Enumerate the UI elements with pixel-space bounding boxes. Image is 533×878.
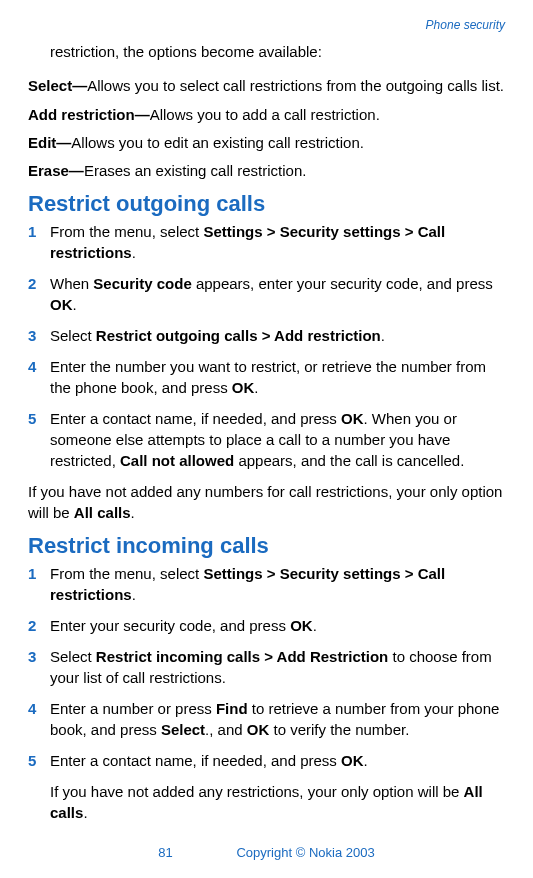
text: Select bbox=[50, 648, 96, 665]
key-ok: OK bbox=[341, 410, 364, 427]
def-select-text: Allows you to select call restrictions f… bbox=[87, 77, 504, 94]
incoming-step-1: From the menu, select Settings > Securit… bbox=[28, 563, 505, 605]
def-edit-term: Edit— bbox=[28, 134, 71, 151]
outgoing-step-1: From the menu, select Settings > Securit… bbox=[28, 221, 505, 263]
def-add-term: Add restriction— bbox=[28, 106, 150, 123]
outgoing-step-2: When Security code appears, enter your s… bbox=[28, 273, 505, 315]
def-edit-text: Allows you to edit an existing call rest… bbox=[71, 134, 364, 151]
text: If you have not added any restrictions, … bbox=[50, 783, 464, 800]
incoming-note: If you have not added any restrictions, … bbox=[50, 781, 505, 823]
menu-path: Restrict outgoing calls > Add restrictio… bbox=[96, 327, 381, 344]
incoming-step-5: Enter a contact name, if needed, and pre… bbox=[28, 750, 505, 771]
outgoing-step-3: Select Restrict outgoing calls > Add res… bbox=[28, 325, 505, 346]
def-add-text: Allows you to add a call restriction. bbox=[150, 106, 380, 123]
text: appears, and the call is cancelled. bbox=[234, 452, 464, 469]
def-add: Add restriction—Allows you to add a call… bbox=[28, 105, 505, 125]
text: . bbox=[83, 804, 87, 821]
def-select: Select—Allows you to select call restric… bbox=[28, 76, 505, 96]
heading-restrict-outgoing: Restrict outgoing calls bbox=[28, 191, 505, 217]
copyright-text: Copyright © Nokia 2003 bbox=[236, 845, 374, 860]
text: . bbox=[132, 244, 136, 261]
text: to verify the number. bbox=[269, 721, 409, 738]
text: . bbox=[254, 379, 258, 396]
text: . bbox=[131, 504, 135, 521]
page-number: 81 bbox=[158, 845, 172, 860]
key-ok: OK bbox=[247, 721, 270, 738]
def-edit: Edit—Allows you to edit an existing call… bbox=[28, 133, 505, 153]
text: Enter a contact name, if needed, and pre… bbox=[50, 410, 341, 427]
incoming-steps: From the menu, select Settings > Securit… bbox=[28, 563, 505, 771]
text: From the menu, select bbox=[50, 223, 203, 240]
incoming-step-2: Enter your security code, and press OK. bbox=[28, 615, 505, 636]
def-erase-text: Erases an existing call restriction. bbox=[84, 162, 307, 179]
text: . bbox=[381, 327, 385, 344]
text: . bbox=[132, 586, 136, 603]
text: . bbox=[73, 296, 77, 313]
intro-paragraph: restriction, the options become availabl… bbox=[50, 42, 505, 62]
label-call-not-allowed: Call not allowed bbox=[120, 452, 234, 469]
outgoing-step-4: Enter the number you want to restrict, o… bbox=[28, 356, 505, 398]
text: Enter a contact name, if needed, and pre… bbox=[50, 752, 341, 769]
def-select-term: Select— bbox=[28, 77, 87, 94]
text: appears, enter your security code, and p… bbox=[192, 275, 493, 292]
outgoing-note: If you have not added any numbers for ca… bbox=[28, 481, 505, 523]
text: When bbox=[50, 275, 93, 292]
text: ., and bbox=[205, 721, 247, 738]
key-ok: OK bbox=[290, 617, 313, 634]
key-find: Find bbox=[216, 700, 248, 717]
text: Enter your security code, and press bbox=[50, 617, 290, 634]
key-ok: OK bbox=[50, 296, 73, 313]
text: . bbox=[364, 752, 368, 769]
heading-restrict-incoming: Restrict incoming calls bbox=[28, 533, 505, 559]
menu-path: Restrict incoming calls > Add Restrictio… bbox=[96, 648, 388, 665]
outgoing-step-5: Enter a contact name, if needed, and pre… bbox=[28, 408, 505, 471]
incoming-step-4: Enter a number or press Find to retrieve… bbox=[28, 698, 505, 740]
def-erase-term: Erase— bbox=[28, 162, 84, 179]
key-ok: OK bbox=[341, 752, 364, 769]
text: . bbox=[313, 617, 317, 634]
text: From the menu, select bbox=[50, 565, 203, 582]
key-ok: OK bbox=[232, 379, 255, 396]
page-footer: 81 Copyright © Nokia 2003 bbox=[0, 845, 533, 860]
text: Enter a number or press bbox=[50, 700, 216, 717]
text: Enter the number you want to restrict, o… bbox=[50, 358, 486, 396]
text: Select bbox=[50, 327, 96, 344]
label-security-code: Security code bbox=[93, 275, 191, 292]
header-section-label: Phone security bbox=[28, 18, 505, 32]
outgoing-steps: From the menu, select Settings > Securit… bbox=[28, 221, 505, 471]
key-select: Select bbox=[161, 721, 205, 738]
incoming-step-3: Select Restrict incoming calls > Add Res… bbox=[28, 646, 505, 688]
label-all-calls: All calls bbox=[74, 504, 131, 521]
def-erase: Erase—Erases an existing call restrictio… bbox=[28, 161, 505, 181]
